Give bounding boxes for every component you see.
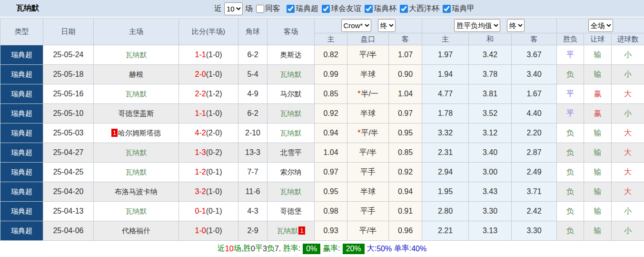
summary-line: 近10场,胜0平3负7, 胜率:0%赢率:20%大:50% 单率:40% <box>0 241 644 257</box>
result-handicap: 赢 <box>584 84 612 104</box>
league-checkbox[interactable] <box>400 5 408 13</box>
header-away: 客场 <box>268 18 315 45</box>
euro-home-odds: 1.94 <box>422 65 469 84</box>
corner-cell: 4-9 <box>238 84 268 104</box>
asian-state-select[interactable]: 终 <box>378 19 396 32</box>
league-type-cell: 瑞典超 <box>0 123 43 143</box>
result-wdl: 负 <box>557 123 584 143</box>
euro-home-odds: 2.21 <box>422 221 469 241</box>
result-handicap: 输 <box>584 143 612 163</box>
date-cell: 25-05-10 <box>43 104 94 123</box>
home-team: 瓦纳默 <box>126 168 147 176</box>
league-checkbox[interactable] <box>443 5 451 13</box>
euro-odds-select[interactable]: 胜平负均值 <box>454 19 500 32</box>
header-asian-home: 主 <box>315 33 347 45</box>
result-goals: 大 <box>612 84 644 104</box>
away-team: 瓦纳默 <box>280 109 302 117</box>
league-label: 瑞典超 <box>296 4 318 14</box>
asian-handicap-cell: 半球 <box>347 65 389 84</box>
top-bar: 瓦纳默 近 10 场 同客 瑞典超球会友谊瑞典杯大西洋杯瑞典甲 <box>0 0 644 18</box>
home-team: 瓦纳默 <box>126 51 147 59</box>
league-type-cell: 瑞典超 <box>0 104 43 123</box>
league-checkbox[interactable] <box>365 5 373 13</box>
away-team-cell: 瓦纳默 <box>268 182 315 202</box>
league-checkbox[interactable] <box>287 5 295 13</box>
star-marker: * <box>357 90 360 98</box>
league-checkbox[interactable] <box>322 5 330 13</box>
result-wdl: 负 <box>557 163 584 182</box>
home-team-cell: 哥德堡盖斯 <box>94 104 179 123</box>
euro-home-odds: 3.32 <box>422 123 469 143</box>
table-row: 瑞典超 25-04-13 瓦纳默 0-1(0-1) 4-3 哥德堡 0.98 平… <box>0 202 644 221</box>
scope-select[interactable]: 全场 <box>588 19 613 32</box>
league-filters: 瑞典超球会友谊瑞典杯大西洋杯瑞典甲 <box>283 4 475 14</box>
result-wdl: 平 <box>557 84 584 104</box>
header-wdl: 胜负 <box>557 33 584 45</box>
asian-handicap-cell: 平/半 <box>347 143 389 163</box>
result-wdl: 负 <box>557 202 584 221</box>
asian-home-odds: 0.94 <box>315 123 347 143</box>
handicap-line: 平手 <box>360 207 376 215</box>
header-asian-away: 客 <box>389 33 422 45</box>
table-row: 瑞典超 25-05-03 1哈尔姆斯塔德 4-2(2-0) 2-10 瓦纳默 0… <box>0 123 644 143</box>
result-wdl: 负 <box>557 143 584 163</box>
result-handicap: 输 <box>584 163 612 182</box>
table-row: 瑞典超 25-05-18 赫根 2-0(1-0) 5-4 瓦纳默 0.99 半球… <box>0 65 644 84</box>
asian-away-odds: 0.96 <box>389 221 422 241</box>
same-opponent-label: 同客 <box>265 4 280 14</box>
score-cell: 4-2(2-0) <box>179 123 238 143</box>
league-type-cell: 瑞典超 <box>0 84 43 104</box>
home-team: 赫根 <box>129 70 143 78</box>
result-goals: 大 <box>612 182 644 202</box>
asian-odds-group-header: Crow* 终 <box>315 18 422 33</box>
header-euro-away: 客 <box>512 33 557 45</box>
league-type-cell: 瑞典超 <box>0 65 43 84</box>
away-team: 奥斯达 <box>280 51 302 59</box>
league-type-cell: 瑞典超 <box>0 202 43 221</box>
home-team-cell: 赫根 <box>94 65 179 84</box>
asian-away-odds: 0.94 <box>389 182 422 202</box>
summary-segment: 0 <box>251 245 255 253</box>
euro-state-select[interactable]: 终 <box>507 19 525 32</box>
recent-label: 近 <box>214 4 222 14</box>
halftime-score: (1-0) <box>206 226 222 235</box>
fulltime-score: 1-1 <box>195 51 206 59</box>
home-team: 瓦纳默 <box>126 148 147 156</box>
euro-away-odds: 1.67 <box>512 84 557 104</box>
bookmaker-select[interactable]: Crow* <box>341 19 371 32</box>
result-wdl: 负 <box>557 182 584 202</box>
asian-away-odds: 0.91 <box>389 202 422 221</box>
handicap-line: 平手 <box>360 168 376 176</box>
result-goals: 小 <box>612 104 644 123</box>
table-row: 瑞典超 25-04-27 瓦纳默 1-3(0-2) 13-3 北雪平 1.04 … <box>0 143 644 163</box>
home-team-cell: 瓦纳默 <box>94 143 179 163</box>
result-wdl: 平 <box>557 45 584 65</box>
asian-away-odds: 1.04 <box>389 84 422 104</box>
header-home: 主场 <box>94 18 179 45</box>
header-asian-line: 盘口 <box>347 33 389 45</box>
euro-away-odds: 4.40 <box>512 104 557 123</box>
league-label: 球会友谊 <box>331 4 361 14</box>
handicap-line: 平/半 <box>359 51 376 59</box>
euro-home-odds: 1.97 <box>422 45 469 65</box>
home-team: 代格福什 <box>122 226 150 235</box>
result-handicap: 输 <box>584 221 612 241</box>
header-type: 类型 <box>0 18 43 45</box>
euro-draw-odds: 3.30 <box>469 202 512 221</box>
table-header: 类型 日期 主场 比分(半场) 角球 客场 Crow* 终 <box>0 18 644 45</box>
euro-draw-odds: 3.40 <box>469 143 512 163</box>
asian-away-odds: 0.95 <box>389 123 422 143</box>
team-name: 瓦纳默 <box>16 3 39 13</box>
halftime-score: (1-2) <box>206 90 222 98</box>
euro-home-odds: 1.95 <box>422 182 469 202</box>
summary-segment: 大: <box>367 244 376 254</box>
score-cell: 2-2(1-2) <box>179 84 238 104</box>
asian-home-odds: 0.95 <box>315 182 347 202</box>
away-team-cell: 瓦纳默 <box>268 123 315 143</box>
recent-count-select[interactable]: 10 <box>224 2 243 15</box>
fulltime-score: 1-3 <box>195 148 206 156</box>
header-corner: 角球 <box>238 18 268 45</box>
asian-home-odds: 0.98 <box>315 202 347 221</box>
filter-bar: 近 10 场 同客 瑞典超球会友谊瑞典杯大西洋杯瑞典甲 <box>214 0 475 18</box>
same-opponent-checkbox[interactable] <box>256 5 264 13</box>
